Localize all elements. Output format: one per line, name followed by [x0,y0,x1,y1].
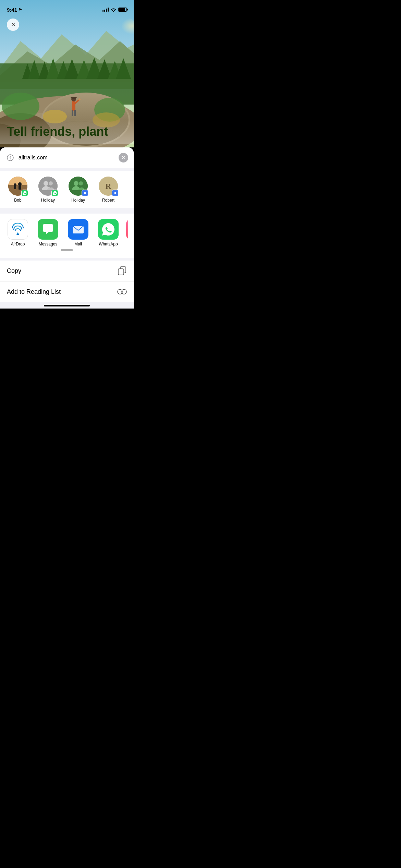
svg-text:R: R [105,182,111,191]
svg-point-39 [14,183,16,186]
contact-holiday-signal[interactable]: Holiday [66,177,90,203]
contact-bob-badge [21,190,28,196]
copy-icon [117,266,127,276]
contact-holiday-signal-name: Holiday [71,198,85,203]
contact-holiday-whatsapp-avatar [38,177,58,196]
contact-bob-avatar [8,177,27,196]
svg-point-44 [44,181,48,186]
messages-icon [38,219,58,240]
app-partial-icon [126,219,128,240]
svg-rect-22 [72,101,75,111]
home-bar [44,305,90,306]
actions-section: Copy Add to Reading List [0,261,134,302]
close-button[interactable]: ✕ [7,19,19,31]
contacts-row: Bob [5,177,128,203]
svg-rect-57 [118,269,124,275]
home-indicator [0,302,134,309]
share-sheet: alltrails.com ✕ [0,147,134,302]
location-arrow-icon [19,8,23,12]
svg-point-33 [7,155,13,161]
svg-point-29 [2,93,39,120]
contact-bob-name: Bob [14,198,21,203]
battery-icon [118,8,127,12]
svg-marker-34 [10,156,11,158]
contact-holiday-signal-avatar [69,177,88,196]
svg-point-54 [114,192,116,194]
reading-list-icon [117,287,127,297]
svg-rect-23 [72,110,73,116]
svg-point-48 [79,181,83,185]
app-airdrop-label: AirDrop [11,242,25,246]
contact-holiday-whatsapp-name: Holiday [41,198,55,203]
app-whatsapp-label: WhatsApp [99,242,118,246]
scroll-dot [61,249,73,251]
url-clear-icon: ✕ [122,155,125,160]
svg-point-45 [49,181,53,185]
section-divider-2 [0,208,134,211]
app-partial [126,219,128,246]
contact-holiday-whatsapp-badge [51,190,58,196]
airdrop-icon [8,219,28,240]
contact-robert-avatar: R [99,177,118,196]
apps-row: AirDrop Messages Mail [5,219,128,246]
app-airdrop[interactable]: AirDrop [5,219,30,246]
signal-strength-icon [102,8,109,12]
app-mail-label: Mail [74,242,82,246]
close-icon: ✕ [11,22,15,27]
app-mail[interactable]: Mail [66,219,90,246]
svg-point-50 [84,192,86,194]
contact-holiday-whatsapp[interactable]: Holiday [36,177,60,203]
url-clear-button[interactable]: ✕ [119,153,128,162]
compass-icon [5,153,15,162]
svg-point-47 [74,181,78,186]
svg-rect-42 [19,185,21,190]
svg-rect-40 [14,186,16,189]
reading-list-label: Add to Reading List [7,288,61,296]
app-messages-label: Messages [39,242,58,246]
contacts-section: Bob [0,171,134,208]
contact-bob[interactable]: Bob [5,177,30,203]
contact-holiday-signal-badge [82,190,88,196]
wifi-icon [111,8,116,12]
contact-robert-badge [112,190,119,196]
svg-marker-35 [10,158,11,160]
svg-point-41 [18,182,22,186]
section-divider-1 [0,168,134,171]
hero-image: ✕ Tell friends, plant [0,0,134,147]
status-bar: 9:41 [0,0,134,15]
app-whatsapp[interactable]: WhatsApp [96,219,121,246]
reading-list-action[interactable]: Add to Reading List [0,281,134,302]
status-icons [102,8,127,12]
contact-robert-name: Robert [102,198,114,203]
page-title: Tell friends, plant [7,125,127,138]
contact-robert[interactable]: R Robert [96,177,121,203]
copy-label: Copy [7,267,21,275]
apps-section: AirDrop Messages Mail [0,214,134,258]
svg-point-26 [71,97,77,99]
scroll-indicator [5,246,128,252]
app-messages[interactable]: Messages [36,219,60,246]
copy-action[interactable]: Copy [0,261,134,281]
url-display: alltrails.com [19,155,115,161]
svg-point-28 [78,98,81,100]
svg-rect-24 [74,110,76,116]
whatsapp-icon [98,219,119,240]
mail-icon [68,219,88,240]
url-bar: alltrails.com ✕ [0,147,134,168]
status-time: 9:41 [7,7,17,13]
